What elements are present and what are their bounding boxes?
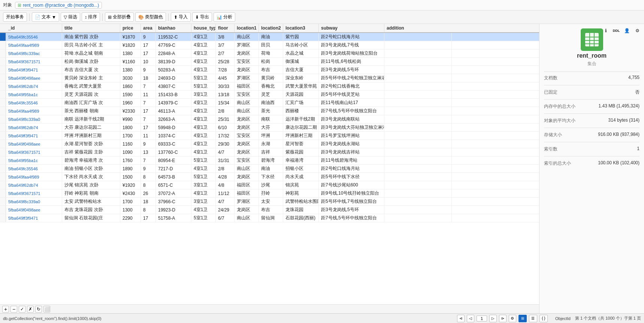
table-row[interactable]: 5fba649fc35546南油 招银小区 次卧189097217-D4室1卫2… bbox=[0, 165, 539, 173]
cell-house_type[interactable]: 4室1卫 bbox=[191, 189, 216, 197]
cell-addition[interactable] bbox=[384, 91, 452, 98]
cell-bianhao[interactable]: 24693-D bbox=[156, 74, 191, 82]
table-row[interactable]: 5fba649ff3f9471布吉 吉信大厦 次1380950283-A4室1卫… bbox=[0, 66, 539, 74]
cancel-btn[interactable]: ✗ bbox=[27, 306, 34, 313]
page-input[interactable] bbox=[477, 316, 487, 322]
cell-_id[interactable]: 5fba649fc35546 bbox=[6, 33, 62, 41]
cell-location2[interactable]: 大芬 bbox=[259, 124, 283, 131]
cell-title[interactable]: 坪洲 坪洲新村三期 bbox=[62, 132, 120, 140]
cell-floor[interactable]: 4/7 bbox=[216, 148, 235, 156]
btn-export[interactable]: ⬇ 导出 bbox=[192, 12, 212, 22]
cell-location3[interactable]: 武警特检站水围田 bbox=[283, 198, 319, 205]
cell-title[interactable]: 永湖 星河智荟 次卧 bbox=[62, 140, 120, 148]
table-row[interactable]: 5fba649faa4f989田贝 马古岭小区 主¥18201747769-C4… bbox=[0, 41, 539, 49]
nav-settings-btn[interactable]: ⚙ bbox=[509, 315, 516, 322]
cell-bianhao[interactable]: 32663-A bbox=[156, 115, 191, 123]
col-header-price[interactable]: price bbox=[120, 24, 141, 32]
cell-_id[interactable]: 5fba649f95ba1c bbox=[6, 156, 62, 164]
cell-title[interactable]: 松岗 御溪城 次卧 bbox=[62, 58, 120, 65]
cell-title[interactable]: 灵芝 天源花园 次 bbox=[62, 91, 120, 98]
cell-house_type[interactable]: 3室1卫 bbox=[191, 181, 216, 189]
cell-location3[interactable]: 水晶之城 bbox=[283, 49, 319, 57]
btn-filter[interactable]: ▽ 筛选 bbox=[61, 12, 80, 22]
cell-price[interactable]: 1700 bbox=[120, 198, 141, 205]
cell-location1[interactable]: 龙岗区 bbox=[235, 66, 259, 74]
cell-area[interactable]: 9 bbox=[141, 140, 156, 148]
cell-location1[interactable]: 南山区 bbox=[235, 99, 259, 107]
col-header-location2[interactable]: location2 bbox=[259, 24, 283, 32]
cell-floor[interactable]: 29/30 bbox=[216, 140, 235, 148]
cell-location1[interactable]: 宝安区 bbox=[235, 132, 259, 140]
cell-location1[interactable]: 福田区 bbox=[235, 181, 259, 189]
cell-addition[interactable] bbox=[384, 33, 452, 41]
cell-floor[interactable]: 3/7 bbox=[216, 41, 235, 49]
cell-price[interactable]: 1860 bbox=[120, 82, 141, 90]
table-row[interactable]: 5fba649f62db74沙尾 锦滨苑 次卧¥192086571-C3室1卫4… bbox=[0, 181, 539, 189]
cell-location2[interactable]: 布吉 bbox=[259, 66, 283, 74]
cell-subway[interactable]: 距3号龙岗线南联站 bbox=[319, 115, 384, 123]
cell-subway[interactable]: 距7号线,5号环中线独立阳台 bbox=[319, 107, 384, 115]
view-list-btn[interactable]: ☰ bbox=[529, 315, 537, 322]
nav-first-btn[interactable]: ⊲ bbox=[457, 315, 465, 322]
col-header-id[interactable]: _id bbox=[6, 24, 62, 32]
cell-location1[interactable]: 龙岗区 bbox=[235, 49, 259, 57]
cell-floor[interactable]: 4/28 bbox=[216, 173, 235, 181]
cell-location1[interactable]: 南山区 bbox=[235, 165, 259, 173]
cell-bianhao[interactable]: 151433-B bbox=[156, 91, 191, 98]
cell-price[interactable]: 2290 bbox=[120, 214, 141, 222]
cell-_id[interactable]: 5fba649fc35546 bbox=[6, 165, 62, 173]
cell-title[interactable]: 荷坳 水晶之城 朝南 bbox=[62, 49, 120, 57]
cell-_id[interactable]: 5fba649f62db74 bbox=[6, 181, 62, 189]
cell-floor[interactable]: 6/7 bbox=[216, 214, 235, 222]
cell-house_type[interactable]: 5室1卫 bbox=[191, 74, 216, 82]
table-row[interactable]: 5fba649f0498aee黄贝岭 深业东岭 主30301824693-D5室… bbox=[0, 74, 539, 82]
btn-sort[interactable]: ↕ 排序 bbox=[82, 12, 100, 22]
cell-house_type[interactable]: 5室1卫 bbox=[191, 156, 216, 164]
cell-location2[interactable]: 黄贝岭 bbox=[259, 74, 283, 82]
cell-area[interactable]: 11 bbox=[141, 91, 156, 98]
cell-location1[interactable]: 龙岗区 bbox=[235, 115, 259, 123]
cell-house_type[interactable]: 4室1卫 bbox=[191, 58, 216, 65]
cell-location2[interactable]: 南油西 bbox=[259, 99, 283, 107]
cell-floor[interactable]: 2/8 bbox=[216, 165, 235, 173]
table-row[interactable]: 5fba649f8c339a0南联 远洋新干线2期¥990732663-A4室1… bbox=[0, 115, 539, 124]
table-row[interactable]: 5fba649f0498aee布吉 龙珠花园 次卧1300819923-D4室1… bbox=[0, 206, 539, 214]
cell-price[interactable]: ¥1920 bbox=[120, 181, 141, 189]
cell-bianhao[interactable]: 143979-C bbox=[156, 99, 191, 107]
col-header-floor[interactable]: floor bbox=[216, 24, 235, 32]
cell-subway[interactable]: 距3号龙岗线,5号环 bbox=[319, 66, 384, 74]
cell-subway[interactable]: 距11号线碧海湾站 bbox=[319, 156, 384, 164]
cell-bianhao[interactable]: 47769-C bbox=[156, 41, 191, 49]
settings-icon-btn[interactable]: ⚙ bbox=[633, 26, 642, 35]
cell-location3[interactable]: 马古岭小区 bbox=[283, 41, 319, 49]
cell-house_type[interactable]: 3室1卫 bbox=[191, 198, 216, 205]
cell-floor[interactable]: 25/31 bbox=[216, 115, 235, 123]
cell-subway[interactable]: 距2号蛇口线海月站 bbox=[319, 33, 384, 41]
cell-location3[interactable]: 石鼓花园(西丽) bbox=[283, 214, 319, 222]
btn-text[interactable]: 📄 文本 ▼ bbox=[32, 12, 59, 22]
cell-subway[interactable]: 距3号龙岗线大芬站独卫独立淋浴 bbox=[319, 124, 384, 131]
cell-addition[interactable] bbox=[384, 66, 452, 74]
cell-_id[interactable]: 5fba649f62db74 bbox=[6, 124, 62, 131]
cell-area[interactable]: 8 bbox=[141, 173, 156, 181]
cell-location2[interactable]: 太安 bbox=[259, 198, 283, 205]
cell-location1[interactable]: 福田区 bbox=[235, 189, 259, 197]
cell-location1[interactable]: 南山区 bbox=[235, 33, 259, 41]
cell-_id[interactable]: 5fba649f0498aee bbox=[6, 74, 62, 82]
cell-house_type[interactable]: 4室1卫 bbox=[191, 206, 216, 214]
cell-location1[interactable]: 南山区 bbox=[235, 214, 259, 222]
cell-location2[interactable]: 孖岭 bbox=[259, 189, 283, 197]
db-badge[interactable]: ⊞ rent_room @practice_db (mongodb...) bbox=[15, 2, 102, 9]
cell-title[interactable]: 香梅北 武警大厦景 bbox=[62, 82, 120, 90]
cell-title[interactable]: 南油 紫竹园 次卧 bbox=[62, 33, 120, 41]
cell-addition[interactable] bbox=[384, 214, 452, 222]
cell-area[interactable]: 8 bbox=[141, 206, 156, 214]
table-row[interactable]: 5fba649fc35546南油 紫竹园 次卧¥18709119532-C4室1… bbox=[0, 33, 539, 41]
cell-location3[interactable]: 天源花园 bbox=[283, 91, 319, 98]
cell-floor[interactable]: 15/34 bbox=[216, 99, 235, 107]
cell-floor[interactable]: 4/7 bbox=[216, 198, 235, 205]
cell-location3[interactable]: 星河智荟 bbox=[283, 140, 319, 148]
ddl-icon-btn[interactable]: DDL bbox=[612, 26, 621, 35]
cell-subway[interactable]: 距5号环中线,2号蛇独卫独立淋浴 bbox=[319, 74, 384, 82]
cell-floor[interactable]: 6/10 bbox=[216, 124, 235, 131]
